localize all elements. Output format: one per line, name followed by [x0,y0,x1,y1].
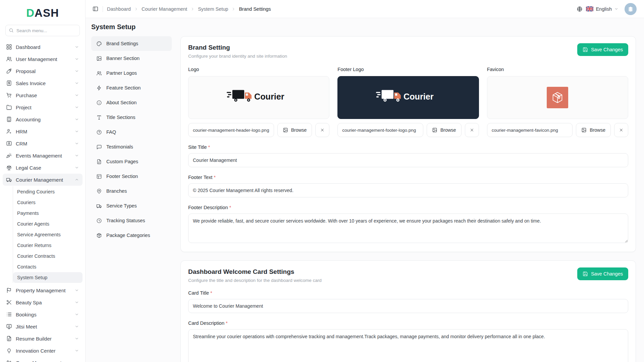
sidebar-item-queue-management[interactable]: Queue Management [3,357,83,362]
chevron-right-icon [191,7,195,11]
favicon-clear-button[interactable] [614,123,628,137]
tab-banner-section[interactable]: Banner Section [91,51,172,66]
tab-label: Feature Section [106,85,141,90]
sidebar-item-property-management[interactable]: Property Management [3,284,83,296]
topbar: Dashboard Courier Management System Setu… [86,0,644,18]
sidebar-subitem-couriers[interactable]: Couriers [13,197,83,208]
tab-label: Custom Pages [106,159,138,164]
footer-text-input[interactable] [188,183,628,197]
svg-text:Courier: Courier [254,92,284,101]
save-icon [583,47,588,52]
sidebar-toggle-icon[interactable] [92,6,99,12]
breadcrumb-item-dashboard[interactable]: Dashboard [107,6,131,12]
image-icon [283,127,288,133]
filetext-icon [96,159,102,165]
sidebar-item-hrm[interactable]: HRM [3,125,83,137]
avatar[interactable] [625,3,637,15]
footer-logo-preview: Courier [337,76,479,119]
sidebar-subitem-courier-contracts[interactable]: Courier Contracts [13,251,83,261]
logo-filename-input[interactable] [188,123,274,137]
footer-text-field: Footer Text* [188,175,628,197]
chevron-down-icon [74,324,79,329]
sidebar-subitem-pending-couriers[interactable]: Pending Couriers [13,186,83,197]
tab-brand-settings[interactable]: Brand Settings [91,36,172,51]
tab-about-section[interactable]: About Section [91,95,172,110]
sidebar-item-purchase[interactable]: Purchase [3,89,83,101]
language-selector[interactable]: English [586,6,619,12]
sidebar-item-accounting[interactable]: Accounting [3,113,83,125]
brand-setting-save-button[interactable]: Save Changes [577,43,628,56]
sidebar-item-dashboard[interactable]: Dashboard [3,41,83,53]
tab-package-categories[interactable]: Package Categories [91,228,172,243]
chevron-down-icon [74,81,79,85]
logo-label: Logo [188,67,329,72]
footer-logo-clear-button[interactable] [465,123,479,137]
sidebar-item-sales-invoice[interactable]: Sales Invoice [3,77,83,89]
search-input[interactable] [5,25,80,36]
welcome-card-save-button[interactable]: Save Changes [577,267,628,280]
sidebar-item-project[interactable]: Project [3,101,83,113]
type-icon [96,115,102,120]
footer-logo-browse-button[interactable]: Browse [427,123,462,137]
logo-browse-button[interactable]: Browse [277,123,312,137]
chevron-right-icon [231,7,235,11]
tab-testimonials[interactable]: Testimonials [91,139,172,154]
sidebar-item-jitsi-meet[interactable]: Jitsi Meet [3,320,83,333]
tab-label: Package Categories [106,233,150,238]
favicon-label: Favicon [487,67,628,72]
site-title-input[interactable] [188,153,628,167]
sidebar-subitem-service-agreements[interactable]: Service Agreements [13,229,83,240]
sidebar-item-label: Events Management [16,153,71,159]
sidebar-subitem-system-setup[interactable]: System Setup [13,272,83,283]
sidebar-item-legal-case[interactable]: Legal Case [3,162,83,174]
image-icon [581,127,587,133]
tab-faq[interactable]: FAQ [91,125,172,139]
breadcrumb-item-courier-management[interactable]: Courier Management [142,6,187,12]
cards-column: Brand Setting Configure your brand ident… [180,36,636,362]
globe-icon[interactable] [577,6,583,12]
card-description-textarea[interactable]: Streamline your courier operations with … [188,329,628,362]
footer-text-label: Footer Text [188,175,212,180]
logo-upload: Logo Courier [188,67,329,137]
chevron-down-icon [614,7,619,11]
sidebar-item-resume-builder[interactable]: Resume Builder [3,333,83,345]
card-title-input[interactable] [188,299,628,313]
x-icon [320,128,325,132]
sidebar-item-beauty-spa[interactable]: Beauty Spa [3,296,83,308]
favicon-filename-input[interactable] [487,123,573,137]
sidebar-item-crm[interactable]: CRM [3,137,83,149]
footer-description-textarea[interactable]: We provide reliable, fast, and secure co… [188,214,628,243]
chat-icon [96,144,102,150]
package-icon [96,233,102,238]
sidebar-item-innovation-center[interactable]: Innovation Center [3,345,83,357]
chevron-down-icon [74,45,79,49]
tab-label: FAQ [106,129,116,135]
sidebar-item-proposal[interactable]: Proposal [3,65,83,77]
tab-footer-section[interactable]: Footer Section [91,169,172,184]
breadcrumb-item-system-setup[interactable]: System Setup [198,6,228,12]
tab-partner-logos[interactable]: Partner Logos [91,66,172,80]
tab-title-sections[interactable]: Title Sections [91,110,172,125]
chevron-down-icon [74,129,79,134]
favicon-browse-button[interactable]: Browse [576,123,611,137]
sidebar-subitem-payments[interactable]: Payments [13,208,83,219]
sidebar-subitem-contacts[interactable]: Contacts [13,261,83,272]
monitor-icon [6,323,12,329]
logo-clear-button[interactable] [315,123,329,137]
sidebar-item-courier-management[interactable]: Courier Management [3,174,83,186]
footer-logo-filename-input[interactable] [337,123,423,137]
tab-custom-pages[interactable]: Custom Pages [91,154,172,169]
flag-icon [6,287,12,293]
tab-service-types[interactable]: Service Types [91,198,172,213]
sidebar-item-label: Jitsi Meet [16,324,71,329]
tab-branches[interactable]: Branches [91,184,172,198]
tab-feature-section[interactable]: Feature Section [91,80,172,95]
sidebar-subitem-courier-agents[interactable]: Courier Agents [13,219,83,229]
chevron-down-icon [74,288,79,293]
grid-icon [6,44,12,50]
tab-tracking-statuses[interactable]: Tracking Statuses [91,213,172,228]
sidebar-subitem-courier-returns[interactable]: Courier Returns [13,240,83,251]
sidebar-item-bookings[interactable]: Bookings [3,308,83,320]
sidebar-item-events-management[interactable]: Events Management [3,149,83,162]
sidebar-item-user-management[interactable]: User Management [3,53,83,65]
